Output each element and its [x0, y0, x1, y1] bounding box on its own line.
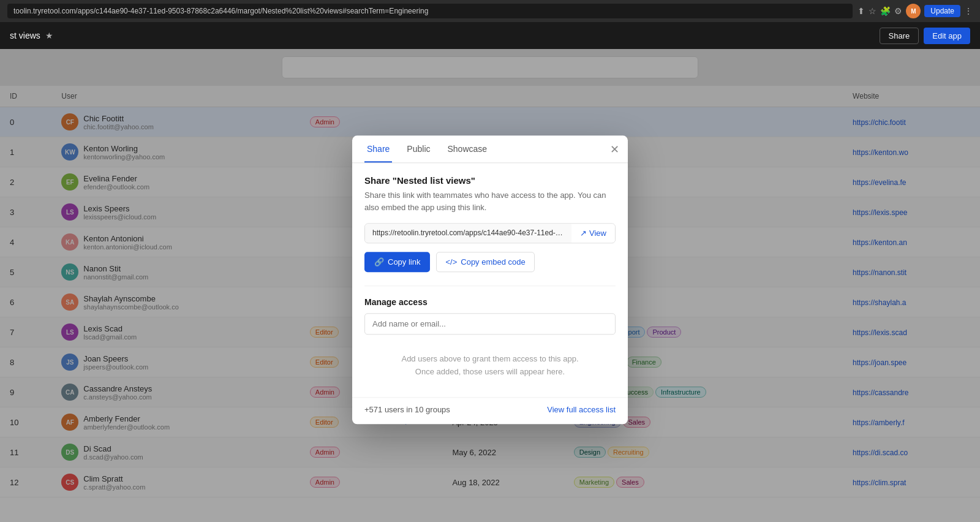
copy-link-icon: 🔗	[374, 257, 384, 267]
link-url-text: https://retoolin.tryretool.com/apps/c144…	[365, 224, 571, 243]
view-full-access-list-link[interactable]: View full access list	[547, 405, 616, 414]
add-email-input[interactable]	[364, 313, 616, 335]
copy-embed-button[interactable]: </> Copy embed code	[436, 252, 534, 272]
external-link-icon: ↗	[580, 229, 587, 238]
empty-line1: Add users above to grant them access to …	[364, 353, 616, 366]
modal-body: Share "Nested list views" Share this lin…	[352, 163, 628, 397]
browser-bar: toolin.tryretool.com/apps/c144ae90-4e37-…	[0, 0, 980, 22]
app-title-area: st views ★	[10, 31, 53, 40]
modal-footer: +571 users in 10 groups View full access…	[352, 397, 628, 424]
empty-line2: Once added, those users will appear here…	[364, 366, 616, 379]
manage-access-title: Manage access	[364, 297, 616, 307]
app-title: st views	[10, 31, 40, 40]
share-header-button[interactable]: Share	[880, 28, 919, 44]
browser-url-bar[interactable]: toolin.tryretool.com/apps/c144ae90-4e37-…	[7, 4, 853, 18]
copy-embed-label: Copy embed code	[461, 257, 526, 267]
action-buttons: 🔗 Copy link </> Copy embed code	[364, 252, 616, 272]
view-label: View	[589, 229, 606, 238]
tab-showcase[interactable]: Showcase	[445, 135, 490, 162]
copy-link-button[interactable]: 🔗 Copy link	[364, 252, 430, 272]
tab-share[interactable]: Share	[364, 135, 392, 162]
modal-title: Share "Nested list views"	[364, 175, 616, 186]
share-modal: Share Public Showcase ✕ Share "Nested li…	[352, 135, 628, 424]
divider	[364, 286, 616, 286]
bookmark-icon[interactable]: ☆	[869, 6, 876, 16]
modal-description: Share this link with teammates who have …	[364, 189, 616, 213]
user-avatar[interactable]: M	[906, 4, 921, 18]
main-content: ID User Website 0 CF Chic Footitt chic.	[0, 49, 980, 522]
edit-app-button[interactable]: Edit app	[924, 28, 970, 44]
url-text: toolin.tryretool.com/apps/c144ae90-4e37-…	[13, 7, 428, 15]
copy-link-label: Copy link	[388, 257, 420, 267]
more-options-icon[interactable]: ⋮	[964, 6, 973, 16]
share-browser-icon[interactable]: ⬆	[858, 6, 865, 16]
header-actions: Share Edit app	[880, 28, 970, 44]
app-header: st views ★ Share Edit app	[0, 22, 980, 49]
tab-public[interactable]: Public	[404, 135, 432, 162]
extensions-icon[interactable]: 🧩	[880, 6, 891, 16]
empty-access-state: Add users above to grant them access to …	[364, 341, 616, 385]
view-link-button[interactable]: ↗ View	[571, 224, 615, 243]
modal-close-button[interactable]: ✕	[610, 143, 619, 156]
embed-code-icon: </>	[445, 257, 457, 267]
footer-users-count: +571 users in 10 groups	[364, 405, 450, 414]
favorite-icon[interactable]: ★	[45, 31, 53, 40]
settings-icon[interactable]: ⚙	[894, 6, 902, 16]
browser-actions: ⬆ ☆ 🧩 ⚙ M Update ⋮	[858, 4, 973, 18]
update-button[interactable]: Update	[924, 5, 960, 17]
modal-tabs: Share Public Showcase	[352, 135, 628, 163]
link-row: https://retoolin.tryretool.com/apps/c144…	[364, 223, 616, 243]
